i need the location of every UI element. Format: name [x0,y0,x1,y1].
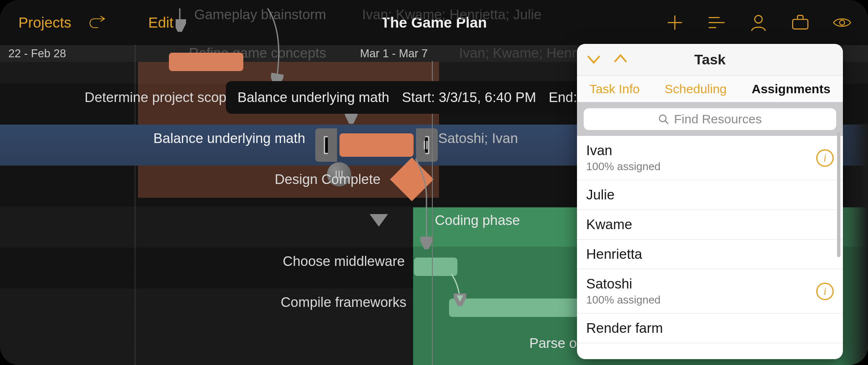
svg-point-2 [840,20,845,25]
view-icon[interactable] [833,13,851,32]
popover-title: Task [694,51,726,68]
date-range-left: 22 - Feb 28 [8,47,66,60]
resource-item[interactable]: Satoshi100% assignedi [577,269,843,314]
resource-name: Julie [586,187,615,203]
next-task-icon[interactable] [612,53,629,67]
resource-list: Ivan100% assignediJulieKwameHenriettaSat… [577,136,843,343]
resource-name: Kwame [586,217,632,232]
prev-task-icon[interactable] [585,53,602,67]
resource-item[interactable]: Kwame [577,210,843,240]
svg-line-9 [665,121,668,124]
contacts-icon[interactable] [749,13,768,32]
scrollbar[interactable] [837,132,840,257]
popover-tabs: Task Info Scheduling Assignments [577,76,843,102]
resource-item[interactable]: Ivan100% assignedi [577,136,843,180]
resource-item[interactable]: Julie [577,180,843,210]
tab-scheduling[interactable]: Scheduling [661,79,731,99]
resource-item[interactable]: Henrietta [577,240,843,269]
search-icon [658,114,669,125]
task-label: Choose middleware [196,253,405,269]
svg-point-0 [755,15,762,23]
resource-name: Satoshi [586,276,661,292]
resource-subtext: 100% assigned [586,160,661,173]
resource-subtext: 100% assigned [586,294,661,306]
info-icon[interactable]: i [816,149,834,167]
tooltip-start: Start: 3/3/15, 6:40 PM [402,89,536,105]
resource-item[interactable]: Render farm [577,314,843,343]
search-placeholder: Find Resources [674,112,762,126]
projects-button[interactable]: Projects [18,14,71,31]
info-icon[interactable]: i [816,283,834,300]
task-inspector-popover: Task Task Info Scheduling Assignments Fi… [577,44,843,359]
task-label: Compile frameworks [197,294,406,310]
resource-name: Ivan [586,143,661,158]
add-icon[interactable] [666,13,684,32]
undo-icon[interactable] [89,13,107,32]
task-panel-icon[interactable] [707,13,726,32]
find-resources-input[interactable]: Find Resources [584,108,836,130]
tooltip-name: Balance underlying math [237,89,389,105]
resource-name: Henrietta [586,246,642,262]
svg-rect-1 [793,19,808,29]
tab-task-info[interactable]: Task Info [585,79,644,99]
svg-point-8 [659,115,666,122]
resource-name: Render farm [586,320,663,336]
briefcase-icon[interactable] [791,13,809,32]
tab-assignments[interactable]: Assignments [748,79,835,99]
